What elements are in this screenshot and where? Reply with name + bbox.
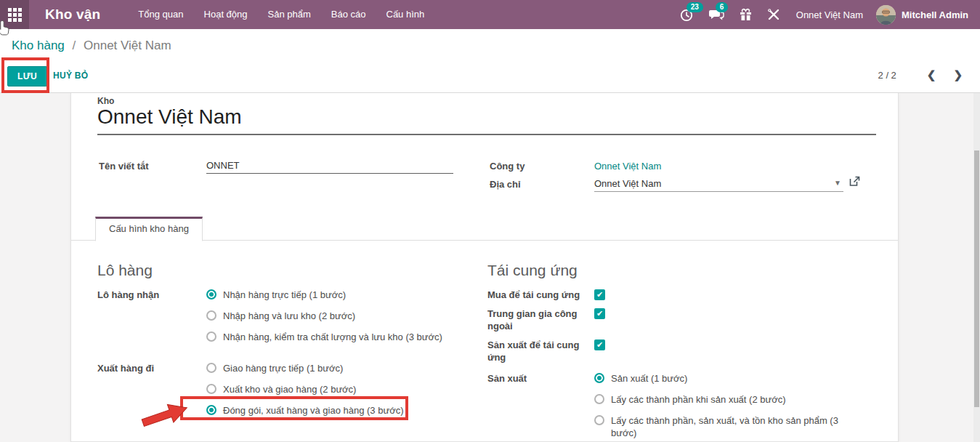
user-menu[interactable]: Mitchell Admin xyxy=(902,9,968,20)
messages-menu-button[interactable]: 6 xyxy=(708,7,724,22)
address-input[interactable]: Onnet Việt Nam xyxy=(594,178,843,192)
company-label: Công ty xyxy=(490,161,525,172)
radio-option-manufacture-3-steps[interactable]: Lấy các thành phần, sản xuất, và tồn kho… xyxy=(594,414,852,439)
menu-item-products[interactable]: Sản phẩm xyxy=(258,0,321,29)
apps-grid-icon xyxy=(8,8,22,22)
breadcrumb-warehouses-link[interactable]: Kho hàng xyxy=(12,39,65,52)
manufacture-to-resupply-label: Sản xuất để tái cung ứng xyxy=(487,339,594,363)
control-panel: Kho hàng / Onnet Việt Nam LƯU HUỶ BỎ 2 /… xyxy=(0,29,980,93)
warehouse-name-input[interactable]: Onnet Việt Nam xyxy=(97,105,876,135)
warehouse-form-sheet: Kho Onnet Việt Nam Tên viết tắt ONNET Cô… xyxy=(70,93,899,442)
activity-badge: 23 xyxy=(687,2,703,12)
radio-option-receive-1-step[interactable]: Nhận hàng trực tiếp (1 bước) xyxy=(206,289,442,301)
debug-tools-button[interactable] xyxy=(767,8,780,21)
radio-unselected-icon[interactable] xyxy=(206,332,216,342)
messages-badge: 6 xyxy=(716,2,729,12)
shipments-section: Lô hàng Lô hàng nhận Nhận hàng trực tiếp… xyxy=(97,262,464,435)
manufacture-group: Sản xuất Sản xuất (1 bước) Lấy các thành… xyxy=(487,372,883,442)
radio-option-deliver-1-step[interactable]: Giao hàng trực tiếp (1 bước) xyxy=(206,362,404,374)
radio-selected-icon[interactable] xyxy=(206,289,216,300)
outgoing-shipments-label: Xuất hàng đi xyxy=(97,362,206,425)
main-menu: Tổng quan Hoạt động Sản phẩm Báo cáo Cấu… xyxy=(128,0,434,29)
radio-selected-icon[interactable] xyxy=(206,405,216,415)
radio-option-deliver-2-steps[interactable]: Xuất kho và giao hàng (2 bước) xyxy=(206,383,404,395)
pager: 2 / 2 ❮ ❯ xyxy=(878,68,971,81)
content-area: Kho Onnet Việt Nam Tên viết tắt ONNET Cô… xyxy=(0,93,980,442)
subcontracting-checkbox[interactable] xyxy=(594,308,605,319)
manufacture-to-resupply-row: Sản xuất để tái cung ứng xyxy=(487,339,883,363)
tools-icon xyxy=(767,8,780,21)
radio-option-receive-2-steps[interactable]: Nhập hàng và lưu kho (2 bước) xyxy=(206,310,442,322)
user-avatar[interactable] xyxy=(876,5,896,25)
manufacture-options: Sản xuất (1 bước) Lấy các thành phần khi… xyxy=(594,372,852,442)
radio-unselected-icon[interactable] xyxy=(206,384,216,394)
company-link[interactable]: Onnet Việt Nam xyxy=(594,161,661,172)
manufacture-label: Sản xuất xyxy=(487,372,594,442)
radio-option-receive-3-steps[interactable]: Nhận hàng, kiểm tra chất lượng và lưu kh… xyxy=(206,331,442,343)
tab-warehouse-configuration[interactable]: Cấu hình kho hàng xyxy=(95,217,203,241)
short-name-label: Tên viết tắt xyxy=(99,161,149,172)
outgoing-shipments-options: Giao hàng trực tiếp (1 bước) Xuất kho và… xyxy=(206,362,404,425)
save-button[interactable]: LƯU xyxy=(7,66,47,87)
buy-to-resupply-row: Mua để tái cung ứng xyxy=(487,289,883,301)
app-title: Kho vận xyxy=(45,7,100,23)
pager-count: 2 / 2 xyxy=(878,70,896,81)
rewards-button[interactable] xyxy=(739,7,753,22)
systray: 23 6 Onnet Việ xyxy=(672,5,973,25)
top-navbar: Kho vận Tổng quan Hoạt động Sản phẩm Báo… xyxy=(0,0,980,29)
radio-unselected-icon[interactable] xyxy=(206,363,216,373)
pager-next-button[interactable]: ❯ xyxy=(944,68,971,81)
hand-cursor-icon xyxy=(0,20,9,39)
incoming-shipments-options: Nhận hàng trực tiếp (1 bước) Nhập hàng v… xyxy=(206,289,442,352)
resupply-section: Tái cung ứng Mua để tái cung ứng Trung g… xyxy=(487,262,883,442)
company-switcher[interactable]: Onnet Việt Nam xyxy=(796,9,863,20)
external-link-icon[interactable] xyxy=(849,176,860,190)
breadcrumb: Kho hàng / Onnet Việt Nam xyxy=(12,39,171,53)
shipments-title: Lô hàng xyxy=(97,262,464,279)
resupply-title: Tái cung ứng xyxy=(487,262,883,279)
menu-item-reporting[interactable]: Báo cáo xyxy=(321,0,376,29)
gift-icon xyxy=(739,7,753,22)
chevron-down-icon[interactable]: ▼ xyxy=(834,179,841,187)
address-label: Địa chỉ xyxy=(490,179,521,190)
breadcrumb-separator: / xyxy=(68,39,81,52)
breadcrumb-current: Onnet Việt Nam xyxy=(84,39,171,52)
short-name-input[interactable]: ONNET xyxy=(206,160,453,174)
subcontracting-label: Trung gian gia công ngoài xyxy=(487,308,594,332)
activity-menu-button[interactable]: 23 xyxy=(679,7,694,22)
radio-option-manufacture-2-steps[interactable]: Lấy các thành phần khi sản xuất (2 bước) xyxy=(594,393,852,406)
buy-to-resupply-label: Mua để tái cung ứng xyxy=(487,289,594,301)
menu-item-operations[interactable]: Hoạt động xyxy=(194,0,258,29)
radio-unselected-icon[interactable] xyxy=(594,415,604,425)
discard-button[interactable]: HUỶ BỎ xyxy=(53,71,88,81)
outgoing-shipments-group: Xuất hàng đi Giao hàng trực tiếp (1 bước… xyxy=(97,362,464,425)
menu-item-configuration[interactable]: Cấu hình xyxy=(376,0,435,29)
pager-previous-button[interactable]: ❮ xyxy=(918,68,945,81)
buy-to-resupply-checkbox[interactable] xyxy=(594,289,605,300)
radio-selected-icon[interactable] xyxy=(594,373,604,383)
incoming-shipments-label: Lô hàng nhận xyxy=(97,289,206,352)
radio-unselected-icon[interactable] xyxy=(594,394,604,404)
subcontracting-row: Trung gian gia công ngoài xyxy=(487,308,883,332)
menu-item-overview[interactable]: Tổng quan xyxy=(128,0,193,29)
scrollbar-thumb[interactable] xyxy=(974,150,979,407)
warehouse-field-label: Kho xyxy=(97,96,114,106)
radio-option-manufacture-1-step[interactable]: Sản xuất (1 bước) xyxy=(594,372,852,385)
vertical-scrollbar[interactable] xyxy=(973,93,980,442)
radio-unselected-icon[interactable] xyxy=(206,310,216,321)
manufacture-to-resupply-checkbox[interactable] xyxy=(594,339,605,350)
incoming-shipments-group: Lô hàng nhận Nhận hàng trực tiếp (1 bước… xyxy=(97,289,464,352)
radio-option-deliver-3-steps[interactable]: Đóng gói, xuất hàng và giao hàng (3 bước… xyxy=(206,404,404,417)
notebook-tabs: Cấu hình kho hàng xyxy=(71,217,898,241)
